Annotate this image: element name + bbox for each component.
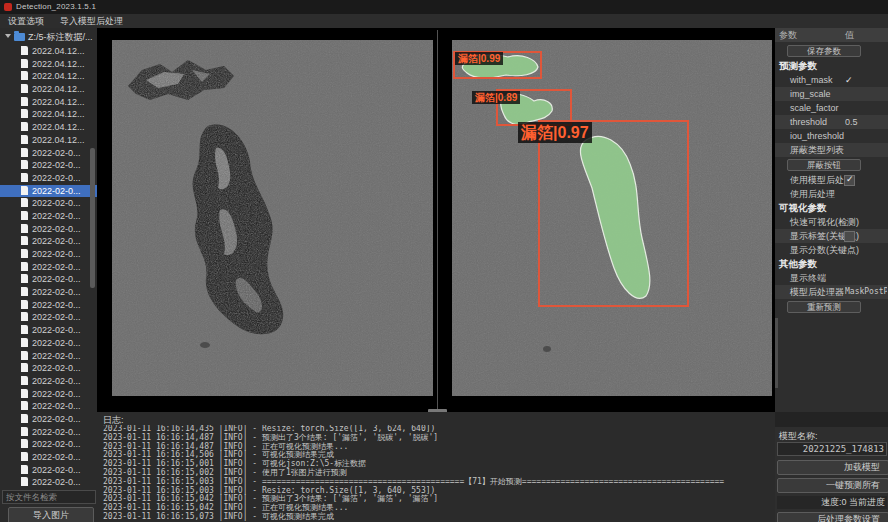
param-row-img_scale[interactable]: img_scale: [775, 87, 888, 101]
tree-root-folder[interactable]: Z:/5-标注数据/...: [0, 30, 97, 45]
load-model-button[interactable]: 加载模型: [777, 460, 888, 475]
parameters-scrollbar-thumb[interactable]: [775, 318, 778, 388]
model-name-field[interactable]: 20221225_174813: [777, 442, 887, 456]
tree-file-item[interactable]: 2022-02-0...: [0, 248, 97, 261]
tree-file-label: 2022-02-0...: [32, 160, 81, 170]
tree-file-item[interactable]: 2022.04.12...: [0, 134, 97, 147]
tree-file-item[interactable]: 2022.04.12...: [0, 108, 97, 121]
postprocess-settings-button[interactable]: 后处理参数设置: [777, 512, 888, 522]
tree-file-item[interactable]: 2022-02-0...: [0, 235, 97, 248]
tree-file-item[interactable]: 2022-02-0...: [0, 400, 97, 413]
tree-file-label: 2022-02-0...: [32, 148, 81, 158]
tree-file-label: 2022.04.12...: [32, 122, 85, 132]
param-row-with_mask[interactable]: with_mask✓: [775, 73, 888, 87]
file-icon: [21, 249, 28, 258]
param-row-iou_threshold[interactable]: iou_threshold: [775, 129, 888, 143]
save-params-button[interactable]: 保存参数: [787, 45, 861, 57]
param-row-fast-visualize-detect[interactable]: 快速可视化(检测): [775, 215, 888, 229]
tree-file-item[interactable]: 2022.04.12...: [0, 45, 97, 58]
parameters-header: 参数 值: [775, 28, 888, 42]
tree-file-label: 2022-02-0...: [32, 465, 81, 475]
menu-import-model-postprocess[interactable]: 导入模型后处理: [60, 15, 123, 28]
tree-file-item[interactable]: 2022-02-0...: [0, 350, 97, 363]
panel-splitter[interactable]: [437, 30, 438, 411]
param-row-scale_factor[interactable]: scale_factor: [775, 101, 888, 115]
tree-file-item[interactable]: 2022-02-0...: [0, 273, 97, 286]
file-icon: [21, 109, 28, 118]
tree-file-item[interactable]: 2022-02-0...: [0, 311, 97, 324]
tree-file-label: 2022-02-0...: [32, 427, 81, 437]
tree-file-label: 2022-02-0...: [32, 414, 81, 424]
predict-all-button[interactable]: 一键预测所有: [777, 478, 888, 493]
param-section-visualization-params: 可视化参数: [775, 201, 888, 215]
file-icon: [21, 148, 28, 157]
tree-file-item[interactable]: 2022-02-0...: [0, 286, 97, 299]
param-row-model-postprocessor[interactable]: 模型后处理器MaskPostPro: [775, 285, 888, 299]
file-icon: [21, 300, 28, 309]
tree-file-item[interactable]: 2022-02-0...: [0, 210, 97, 223]
import-images-button[interactable]: 导入图片: [8, 507, 94, 522]
file-icon: [21, 389, 28, 398]
param-label: 屏蔽类型列表: [790, 145, 844, 155]
param-row-show-score-keypoint[interactable]: 显示分数(关键点): [775, 243, 888, 257]
tree-file-item[interactable]: 2022-02-0...: [0, 362, 97, 375]
param-row-show-labels-keypoint[interactable]: 显示标签(关键点): [775, 229, 888, 243]
param-row-mask-type-list[interactable]: 屏蔽类型列表: [775, 143, 888, 157]
param-value: 0.5: [845, 115, 858, 129]
tree-file-item[interactable]: 2022-02-0...: [0, 375, 97, 388]
file-tree[interactable]: Z:/5-标注数据/... 2022.04.12...2022.04.12...…: [0, 28, 97, 488]
tree-scrollbar-thumb[interactable]: [90, 148, 95, 288]
tree-file-item[interactable]: 2022-02-0...: [0, 223, 97, 236]
tree-file-label: 2022-02-0...: [32, 351, 81, 361]
param-label: 模型后处理器: [790, 287, 844, 297]
tree-file-item[interactable]: 2022-02-0...: [0, 337, 97, 350]
tree-file-item[interactable]: 2022-02-0...: [0, 388, 97, 401]
tree-file-item[interactable]: 2022.04.12...: [0, 70, 97, 83]
file-icon: [21, 414, 28, 423]
param-row-use-postprocess[interactable]: 使用后处理: [775, 187, 888, 201]
tree-file-item[interactable]: 2022-02-0...: [0, 438, 97, 451]
tree-file-item[interactable]: 2022-02-0...: [0, 172, 97, 185]
checkbox-checked[interactable]: [844, 175, 855, 186]
tree-file-label: 2022-02-0...: [32, 439, 81, 449]
tree-file-item[interactable]: 2022-02-0...: [0, 159, 97, 172]
param-row-threshold[interactable]: threshold0.5: [775, 115, 888, 129]
tree-file-item[interactable]: 2022-02-0...: [0, 413, 97, 426]
param-label: 快速可视化(检测): [790, 217, 859, 227]
tree-file-item[interactable]: 2022.04.12...: [0, 58, 97, 71]
tree-file-item[interactable]: 2022.04.12...: [0, 83, 97, 96]
app-icon: [4, 3, 12, 11]
re-predict-button[interactable]: 重新预测: [787, 301, 861, 313]
image-viewer: 漏箔|0.99 漏箔|0.89 漏箔|0.97 日志: 2023-01-11 1…: [97, 28, 775, 522]
param-row-use-model-postprocess[interactable]: 使用模型后处理: [775, 173, 888, 187]
tree-file-item[interactable]: 2022-02-0...: [0, 147, 97, 160]
tree-file-item[interactable]: 2022-02-0...: [0, 464, 97, 477]
tree-file-label: 2022-02-0...: [32, 198, 81, 208]
checkbox-empty[interactable]: [844, 231, 855, 242]
tree-file-label: 2022-02-0...: [32, 173, 81, 183]
parameters-panel: 参数 值 保存参数预测参数with_mask✓img_scalescale_fa…: [775, 28, 888, 412]
caret-down-icon[interactable]: [5, 34, 11, 38]
tree-file-item[interactable]: 2022-02-0...: [0, 476, 97, 488]
param-row-show-terminal[interactable]: 显示终端: [775, 271, 888, 285]
tree-file-item[interactable]: 2022-02-0...: [0, 185, 97, 198]
tree-file-label: 2022.04.12...: [32, 97, 85, 107]
tree-file-label: 2022-02-0...: [32, 211, 81, 221]
source-image: [112, 40, 433, 396]
file-icon: [21, 135, 28, 144]
tree-file-item[interactable]: 2022-02-0...: [0, 261, 97, 274]
mask-button-button[interactable]: 屏蔽按钮: [787, 159, 861, 171]
tree-file-item[interactable]: 2022-02-0...: [0, 451, 97, 464]
tree-file-item[interactable]: 2022-02-0...: [0, 324, 97, 337]
file-icon: [21, 173, 28, 182]
tree-file-item[interactable]: 2022-02-0...: [0, 426, 97, 439]
filename-search-input[interactable]: [2, 490, 96, 504]
tree-file-item[interactable]: 2022-02-0...: [0, 197, 97, 210]
log-panel[interactable]: 日志: 2023-01-11 16:16:14,435 |INFO| - Res…: [97, 412, 775, 522]
tree-file-item[interactable]: 2022.04.12...: [0, 121, 97, 134]
menu-settings[interactable]: 设置选项: [8, 15, 44, 28]
tree-file-item[interactable]: 2022-02-0...: [0, 299, 97, 312]
tree-file-label: 2022.04.12...: [32, 109, 85, 119]
tree-file-item[interactable]: 2022.04.12...: [0, 96, 97, 109]
file-icon: [21, 477, 28, 486]
